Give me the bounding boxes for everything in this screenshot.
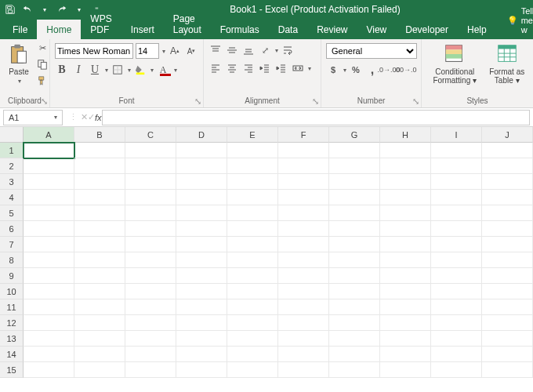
cell[interactable] — [125, 143, 176, 158]
cell[interactable] — [380, 299, 431, 315]
paste-button[interactable]: Paste ▾ — [5, 41, 33, 86]
cell[interactable] — [380, 284, 431, 299]
column-header[interactable]: G — [329, 127, 380, 143]
chevron-down-icon[interactable]: ▾ — [275, 47, 278, 54]
cell[interactable] — [227, 299, 278, 315]
tab-help[interactable]: Help — [458, 20, 496, 39]
cell[interactable] — [278, 221, 329, 237]
cell[interactable] — [176, 237, 227, 252]
cancel-formula-icon[interactable]: ✕ — [81, 112, 88, 122]
dialog-launcher-icon[interactable]: ⤡ — [311, 97, 319, 105]
cell[interactable] — [176, 158, 227, 174]
cell[interactable] — [329, 252, 380, 268]
cell[interactable] — [380, 252, 431, 268]
cell[interactable] — [74, 362, 125, 378]
cell[interactable] — [482, 252, 533, 268]
cell[interactable] — [482, 190, 533, 205]
row-header[interactable]: 2 — [0, 158, 24, 174]
cell[interactable] — [329, 331, 380, 347]
cell[interactable] — [482, 362, 533, 378]
cell[interactable] — [482, 174, 533, 190]
align-bottom-icon[interactable] — [241, 43, 256, 57]
cell[interactable] — [74, 221, 125, 237]
cell[interactable] — [176, 190, 227, 205]
cell[interactable] — [227, 284, 278, 299]
select-all-corner[interactable] — [0, 127, 24, 143]
cell[interactable] — [227, 190, 278, 205]
format-painter-icon[interactable] — [35, 74, 49, 88]
chevron-down-icon[interactable]: ▾ — [74, 4, 85, 15]
cell[interactable] — [176, 174, 227, 190]
cell[interactable] — [227, 158, 278, 174]
cell[interactable] — [329, 174, 380, 190]
column-header[interactable]: D — [176, 127, 227, 143]
cell[interactable] — [227, 315, 278, 331]
cell[interactable] — [482, 143, 533, 158]
orientation-icon[interactable]: ⤢ — [258, 43, 272, 57]
cell[interactable] — [176, 205, 227, 221]
cell[interactable] — [125, 221, 176, 237]
align-top-icon[interactable] — [208, 43, 223, 57]
row-header[interactable]: 7 — [0, 237, 24, 252]
cell[interactable] — [125, 362, 176, 378]
cell[interactable] — [431, 221, 482, 237]
cell[interactable] — [278, 237, 329, 252]
merge-center-icon[interactable] — [291, 61, 305, 75]
cell[interactable] — [431, 158, 482, 174]
row-header[interactable]: 3 — [0, 174, 24, 190]
cell[interactable] — [125, 158, 176, 174]
cell[interactable] — [74, 331, 125, 347]
increase-font-icon[interactable]: A▴ — [168, 44, 182, 58]
cell[interactable] — [125, 252, 176, 268]
align-right-icon[interactable] — [241, 61, 256, 75]
cell[interactable] — [227, 205, 278, 221]
cell[interactable] — [482, 158, 533, 174]
chevron-down-icon[interactable]: ▾ — [150, 67, 154, 74]
cell[interactable] — [278, 284, 329, 299]
bold-button[interactable]: B — [55, 63, 69, 77]
cell[interactable] — [74, 190, 125, 205]
borders-icon[interactable] — [111, 63, 125, 77]
cell[interactable] — [431, 237, 482, 252]
cell[interactable] — [431, 347, 482, 362]
wrap-text-icon[interactable] — [281, 43, 295, 57]
cell[interactable] — [176, 347, 227, 362]
cell[interactable] — [74, 252, 125, 268]
row-header[interactable]: 1 — [0, 143, 24, 158]
align-center-icon[interactable] — [225, 61, 239, 75]
increase-indent-icon[interactable] — [274, 61, 288, 75]
accounting-format-icon[interactable]: $ — [326, 63, 340, 77]
tab-home[interactable]: Home — [37, 20, 81, 39]
cell[interactable] — [74, 347, 125, 362]
cell[interactable] — [24, 268, 74, 284]
row-header[interactable]: 12 — [0, 315, 24, 331]
column-header[interactable]: F — [278, 127, 329, 143]
cell[interactable] — [227, 331, 278, 347]
cell[interactable] — [482, 237, 533, 252]
cell[interactable] — [74, 284, 125, 299]
chevron-down-icon[interactable]: ▾ — [105, 67, 108, 74]
cell[interactable] — [482, 331, 533, 347]
column-header[interactable]: C — [125, 127, 176, 143]
cell[interactable] — [482, 221, 533, 237]
row-header[interactable]: 5 — [0, 205, 24, 221]
cell[interactable] — [74, 268, 125, 284]
column-header[interactable]: A — [24, 127, 74, 143]
chevron-down-icon[interactable]: ▾ — [174, 67, 177, 74]
cell[interactable] — [431, 362, 482, 378]
cell[interactable] — [278, 268, 329, 284]
cell[interactable] — [278, 315, 329, 331]
tab-insert[interactable]: Insert — [121, 20, 164, 39]
cell[interactable] — [74, 158, 125, 174]
cell[interactable] — [278, 362, 329, 378]
cell[interactable] — [482, 347, 533, 362]
cell[interactable] — [176, 299, 227, 315]
cell[interactable] — [227, 347, 278, 362]
cell[interactable] — [278, 190, 329, 205]
cell[interactable] — [24, 158, 74, 174]
cell[interactable] — [125, 190, 176, 205]
cell[interactable] — [227, 174, 278, 190]
cell[interactable] — [482, 205, 533, 221]
row-header[interactable]: 6 — [0, 221, 24, 237]
cell[interactable] — [380, 174, 431, 190]
